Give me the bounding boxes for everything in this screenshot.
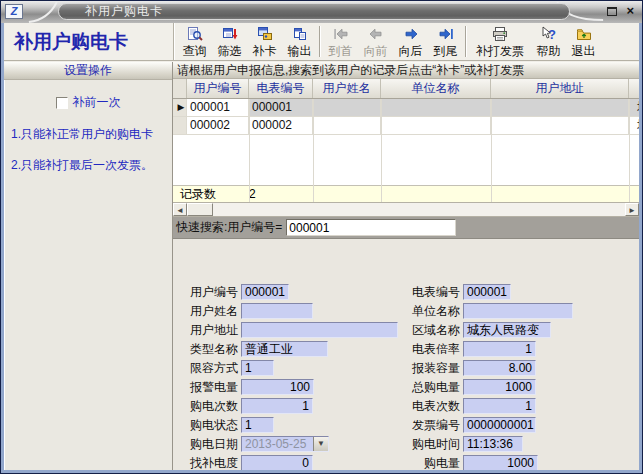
user-no-label: 用户编号 [178,284,241,301]
chevron-down-icon: ▼ [313,437,328,451]
sidebar-header: 设置操作 [4,62,172,80]
go-last-button[interactable]: 到尾 [428,23,463,60]
go-prev-button-label: 向前 [364,43,388,60]
table-row[interactable]: ▶000001000001城 [173,99,639,117]
app-body: 补用户购电卡 查询筛选补卡输出到首向前向后到尾补打发票?帮助退出 设置操作 补前… [4,23,639,470]
invoice-no-field[interactable]: 0000000001 [463,417,536,433]
meter-no-row: 电表编号000001 [400,283,573,301]
checkbox-icon[interactable] [56,97,68,109]
user-no-row: 用户编号000001 [178,283,398,301]
grid-body: ▶000001000001城000002000002城 [173,99,639,185]
purchase-date-label: 购电日期 [178,436,241,453]
total-purchased-row: 总购电量1000 [400,378,573,396]
purchase-count-row: 购电次数1 [178,397,398,415]
adjust-qty-label: 找补电度 [178,455,241,471]
purchase-count-field[interactable]: 1 [241,398,313,414]
output-button-label: 输出 [288,43,312,60]
column-header-0: 用户编号 [187,79,249,98]
total-purchased-field[interactable]: 1000 [463,379,536,395]
cell-0-2 [313,99,381,116]
go-next-button[interactable]: 向后 [393,23,428,60]
purchase-state-field[interactable]: 1 [241,417,274,433]
limit-mode-row: 限容方式1 [178,359,398,377]
card-icon [257,26,273,42]
exit-button[interactable]: 退出 [566,23,601,60]
area-name-label: 区域名称 [400,322,463,339]
column-header-1: 电表编号 [249,79,313,98]
cell-1-4 [491,117,629,134]
user-no-field[interactable]: 000001 [241,284,289,300]
alarm-qty-field[interactable]: 100 [241,379,314,395]
go-first-button-label: 到首 [329,43,353,60]
meter-count-field[interactable]: 1 [463,398,536,414]
reprint-invoice-button-label: 补打发票 [476,43,524,60]
help-button[interactable]: ?帮助 [531,23,566,60]
close-button[interactable]: × [626,5,634,17]
quick-search-label: 快速搜索:用户编号= [176,219,282,236]
reissue-card-button[interactable]: 补卡 [247,23,282,60]
grid-header-row: 用户编号电表编号用户姓名单位名称用户地址 [173,79,639,99]
title-bar: Z 补用户购电卡 × [1,1,642,23]
total-purchased-label: 总购电量 [400,379,463,396]
limit-mode-field[interactable]: 1 [241,360,274,376]
query-button[interactable]: 查询 [177,23,212,60]
meter-no-label: 电表编号 [400,284,463,301]
adjust-qty-field[interactable]: 0 [241,455,313,470]
sidebar-settings-panel: 设置操作 补前一次 1.只能补正常用户的购电卡 2.只能补打最后一次发票。 [4,62,173,470]
page-title: 补用户购电卡 [4,23,174,60]
user-address-field[interactable] [241,322,398,338]
purchase-state-row: 购电状态1 [178,416,398,434]
print-icon [492,26,508,42]
prev-icon [368,26,384,42]
window-title: 补用户购电卡 [58,3,570,20]
toolbar: 补用户购电卡 查询筛选补卡输出到首向前向后到尾补打发票?帮助退出 [4,23,639,61]
reissue-previous-checkbox-row[interactable]: 补前一次 [4,94,172,111]
cell-0-edge: 城 [629,99,639,116]
user-name-field[interactable] [241,303,313,319]
cell-1-0: 000002 [187,117,249,134]
go-next-button-label: 向后 [399,43,423,60]
adjust-qty-row: 找补电度0 [178,454,398,470]
scrollbar-thumb[interactable] [187,203,213,216]
user-name-row: 用户姓名 [178,302,398,320]
column-header-2: 用户姓名 [313,79,381,98]
type-name-field[interactable]: 普通工业 [241,341,328,357]
column-header-4: 用户地址 [491,79,629,98]
cell-1-1: 000002 [249,117,313,134]
install-capacity-field[interactable]: 8.00 [463,360,536,376]
output-button[interactable]: 输出 [282,23,317,60]
purchase-qty-field[interactable]: 1000 [463,455,538,470]
purchase-qty-label: 购电量 [400,455,463,471]
reprint-invoice-button[interactable]: 补打发票 [469,23,531,60]
unit-name-field[interactable] [463,303,573,319]
purchase-time-field[interactable]: 11:13:36 [463,436,523,452]
area-name-field[interactable]: 城东人民路变 [463,322,551,338]
meter-no-field[interactable]: 000001 [463,284,511,300]
user-name-label: 用户姓名 [178,303,241,320]
cell-0-4 [491,99,629,116]
record-count-label: 记录数 [173,186,249,202]
main-panel: 请根据用户申报信息,搜索到该用户的记录后点击“补卡”或补打发票 用户编号电表编号… [173,62,639,470]
purchase-state-label: 购电状态 [178,417,241,434]
sidebar-note-2: 2.只能补打最后一次发票。 [4,158,172,173]
quick-search-input[interactable] [286,219,456,236]
meter-ratio-field[interactable]: 1 [463,341,536,357]
scroll-left-icon[interactable]: ◄ [173,203,187,216]
column-header-5 [629,79,639,98]
search-icon [187,26,203,42]
first-icon [333,26,349,42]
purchase-time-row: 购电时间11:13:36 [400,435,573,453]
svg-text:?: ? [548,27,556,42]
meter-ratio-row: 电表倍率1 [400,340,573,358]
scroll-right-icon[interactable]: ► [625,203,639,216]
grid-horizontal-scrollbar[interactable]: ◄ ► [173,203,639,217]
reissue-card-button-label: 补卡 [253,43,277,60]
purchase-count-label: 购电次数 [178,398,241,415]
filter-button[interactable]: 筛选 [212,23,247,60]
cell-0-0: 000001 [187,99,249,116]
help-icon: ? [541,26,557,42]
grid-indicator-header [173,79,187,98]
filter-icon [222,26,238,42]
table-row[interactable]: 000002000002城 [173,117,639,135]
maximize-button[interactable] [607,7,617,16]
